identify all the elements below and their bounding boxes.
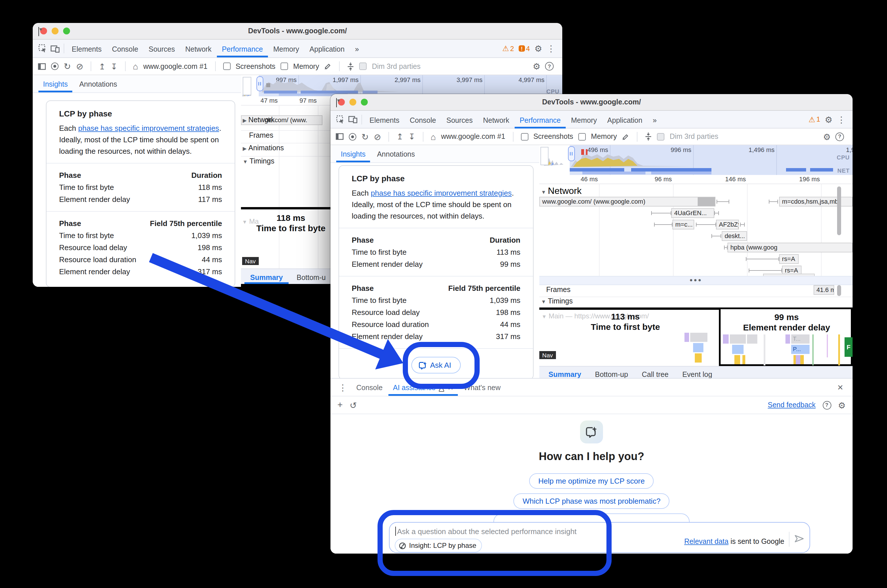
device-toolbar-icon[interactable] xyxy=(49,42,62,55)
tab-annotations[interactable]: Annotations xyxy=(75,77,122,92)
more-tabs-chevron[interactable]: » xyxy=(350,41,364,57)
tab-summary[interactable]: Summary xyxy=(245,272,288,284)
device-toolbar-icon[interactable] xyxy=(347,113,359,126)
help-icon[interactable]: ? xyxy=(545,62,554,70)
timeline-overview-strip[interactable]: 496 ms 996 ms 1,496 ms 1,996 II xyxy=(539,145,852,175)
gc-brush-icon[interactable] xyxy=(324,63,332,70)
gc-brush-icon[interactable] xyxy=(622,133,629,140)
improvement-strategies-link[interactable]: phase has specific improvement strategie… xyxy=(371,189,512,197)
network-request-chip[interactable]: rs=A xyxy=(779,254,798,264)
screenshots-checkbox[interactable] xyxy=(521,133,528,140)
drawer-tab-whats-new[interactable]: What's new xyxy=(459,380,505,396)
network-request-chip[interactable]: AF2bZyi... xyxy=(716,220,739,230)
network-request-chip[interactable]: deskt... xyxy=(722,231,747,241)
history-icon[interactable]: ↺ xyxy=(350,401,357,409)
tab-annotations[interactable]: Annotations xyxy=(372,147,419,162)
tab-sources[interactable]: Sources xyxy=(441,112,478,128)
tab-console[interactable]: Console xyxy=(404,112,441,128)
flame-parse-chip[interactable]: P... xyxy=(791,345,809,354)
close-drawer-icon[interactable]: ✕ xyxy=(837,383,848,392)
settings-gear-icon[interactable]: ⚙ xyxy=(534,44,542,53)
tab-memory[interactable]: Memory xyxy=(268,41,305,57)
warnings-badge[interactable]: ⚠2 xyxy=(502,44,514,53)
improvement-strategies-link[interactable]: phase has specific improvement strategie… xyxy=(78,124,219,132)
frames-scrollbar[interactable] xyxy=(837,285,841,296)
tab-application[interactable]: Application xyxy=(602,112,647,128)
minimize-window-button[interactable] xyxy=(52,27,59,34)
clear-icon[interactable]: ⊘ xyxy=(374,132,381,141)
relevant-data-link[interactable]: Relevant data xyxy=(684,537,728,546)
main-thread-flame-area[interactable]: ▼ Main — https://www.google.com/ 113 ms … xyxy=(539,308,852,366)
tab-insights[interactable]: Insights xyxy=(336,147,370,162)
download-profile-icon[interactable]: ↧ xyxy=(408,132,415,141)
drawer-tab-console[interactable]: Console xyxy=(352,380,387,396)
zoom-window-button[interactable] xyxy=(361,99,368,105)
target-selector[interactable]: www.google.com #1▼ xyxy=(143,62,207,70)
window1-titlebar[interactable]: DevTools - www.google.com/ xyxy=(33,23,562,40)
suggestion-chip[interactable]: Help me optimize my LCP score xyxy=(529,473,654,489)
tab-performance[interactable]: Performance xyxy=(514,112,566,128)
toggle-sidebar-icon[interactable] xyxy=(336,133,344,140)
tab-elements[interactable]: Elements xyxy=(364,112,404,128)
target-selector[interactable]: www.google.com #1▼ xyxy=(441,132,505,141)
frames-track[interactable]: Frames 41.6 ms xyxy=(539,284,852,297)
zoom-window-button[interactable] xyxy=(63,27,70,34)
tab-insights[interactable]: Insights xyxy=(38,77,72,92)
screenshots-checkbox[interactable] xyxy=(223,63,230,70)
warnings-badge[interactable]: ⚠1 xyxy=(808,115,820,124)
network-track[interactable]: ▼Network www.google.com/ (www.google.com… xyxy=(539,184,852,276)
flame-task-chip[interactable]: T... xyxy=(791,334,809,344)
range-handle[interactable]: II xyxy=(568,146,575,161)
dim-third-parties-checkbox[interactable] xyxy=(359,63,367,70)
help-icon[interactable]: ? xyxy=(822,401,831,409)
drawer-tab-ai-assistance[interactable]: AI assistance ✕ xyxy=(389,380,458,396)
inspect-icon[interactable] xyxy=(334,113,347,126)
dim-third-parties-checkbox[interactable] xyxy=(657,133,664,140)
tab-elements[interactable]: Elements xyxy=(66,41,107,57)
upload-profile-icon[interactable]: ↥ xyxy=(396,132,403,141)
ask-ai-button[interactable]: Ask AI xyxy=(411,357,461,374)
network-request-bar[interactable]: www.google.com/ (www.google.com) xyxy=(539,197,716,207)
settings-gear-icon[interactable]: ⚙ xyxy=(825,115,833,124)
network-request-chip[interactable]: m=c... xyxy=(672,220,694,230)
settings-gear-icon[interactable]: ⚙ xyxy=(838,401,846,409)
send-icon[interactable] xyxy=(794,534,804,546)
network-scrollbar[interactable] xyxy=(837,186,841,235)
send-feedback-link[interactable]: Send feedback xyxy=(768,401,816,409)
tab-performance[interactable]: Performance xyxy=(216,41,268,57)
timeline-overview-strip[interactable]: 997 ms 1,997 ms 2,997 ms 3,997 ms 4,997 … xyxy=(241,75,562,97)
window2-titlebar[interactable]: DevTools - www.google.com/ xyxy=(330,94,852,111)
tab-application[interactable]: Application xyxy=(305,41,350,57)
network-request-chip[interactable]: gen_204 (w... xyxy=(763,274,815,276)
suggestion-chip[interactable]: Which LCP phase was most problematic? xyxy=(513,494,670,509)
reload-record-icon[interactable]: ↻ xyxy=(64,62,71,70)
download-profile-icon[interactable]: ↧ xyxy=(111,62,117,70)
record-button[interactable] xyxy=(349,133,356,140)
more-tabs-chevron[interactable]: » xyxy=(647,112,662,128)
minimize-window-button[interactable] xyxy=(350,99,356,105)
lcp-by-phase-card[interactable]: LCP by phase Each phase has specific imp… xyxy=(46,100,235,287)
record-button[interactable] xyxy=(51,63,59,70)
drawer-menu-icon[interactable]: ⋮ xyxy=(335,383,351,392)
tab-memory[interactable]: Memory xyxy=(566,112,602,128)
collapse-tracks-icon[interactable] xyxy=(645,132,652,141)
memory-checkbox[interactable] xyxy=(281,63,288,70)
network-request-chip[interactable]: hpba (www.goog xyxy=(728,243,852,252)
network-request-chip[interactable]: m=cdos,hsm,jsa,mb xyxy=(779,197,852,207)
reload-record-icon[interactable]: ↻ xyxy=(362,132,369,141)
ai-input-box[interactable]: Ask a question about the selected perfor… xyxy=(389,522,810,553)
network-request-chip[interactable]: 4UaGrEN... xyxy=(671,208,714,218)
upload-profile-icon[interactable]: ↥ xyxy=(99,62,105,70)
close-tab-icon[interactable]: ✕ xyxy=(447,380,453,396)
inspect-icon[interactable] xyxy=(36,42,49,55)
tab-network[interactable]: Network xyxy=(180,41,217,57)
clear-icon[interactable]: ⊘ xyxy=(76,62,83,70)
kebab-menu-icon[interactable]: ⋮ xyxy=(837,115,846,124)
tab-console[interactable]: Console xyxy=(107,41,143,57)
tab-network[interactable]: Network xyxy=(478,112,515,128)
timings-track[interactable]: ▼Timings xyxy=(539,297,852,308)
lcp-by-phase-card[interactable]: LCP by phase Each phase has specific imp… xyxy=(339,165,534,380)
perf-settings-gear-icon[interactable]: ⚙ xyxy=(533,62,540,70)
collapse-tracks-icon[interactable] xyxy=(347,62,354,70)
perf-settings-gear-icon[interactable]: ⚙ xyxy=(823,132,831,141)
